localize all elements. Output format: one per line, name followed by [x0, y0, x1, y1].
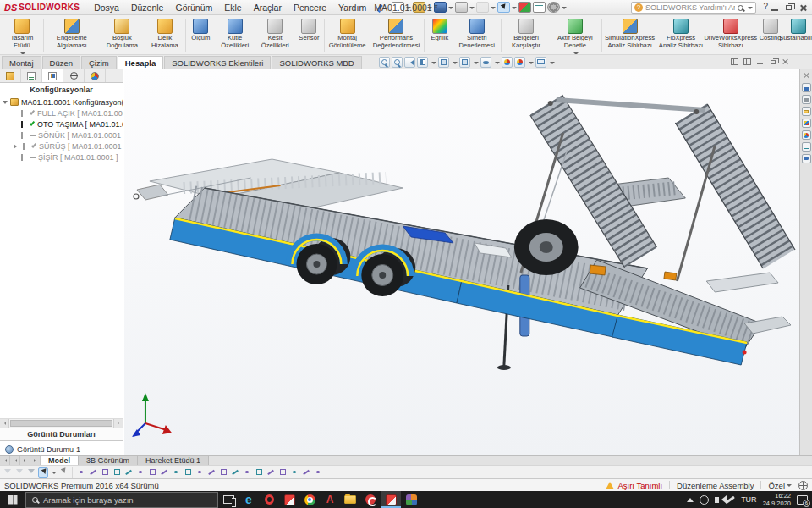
toolbar-icon[interactable]: [100, 467, 110, 478]
check-active-document-button[interactable]: Aktif Belgeyi Denetle: [550, 17, 601, 54]
model-tab[interactable]: Model: [41, 456, 79, 465]
curvature-button[interactable]: Eğrilik: [425, 17, 453, 54]
tab-montaj[interactable]: Montaj: [2, 56, 41, 69]
chevron-down-icon[interactable]: [748, 7, 753, 12]
solidworks-forum-icon[interactable]: [802, 154, 811, 163]
config-root-row[interactable]: MA01.01.0001 Konfigürasyon(lar) (OT: [3, 97, 123, 108]
toolbar-icon[interactable]: [88, 467, 98, 478]
toolbar-icon[interactable]: [123, 467, 134, 478]
units-selector[interactable]: Özel: [768, 481, 785, 490]
file-explorer-pane-icon[interactable]: [802, 107, 811, 116]
scrollbar-thumb[interactable]: [10, 420, 112, 427]
display-style-icon[interactable]: [459, 57, 470, 68]
scroll-right-arrow[interactable]: [113, 419, 123, 428]
volume-icon[interactable]: [715, 497, 719, 503]
apply-scene-icon[interactable]: [514, 57, 525, 68]
tab-hesapla[interactable]: Hesapla: [118, 56, 163, 69]
chevron-down-icon[interactable]: [474, 62, 479, 67]
minimize-button[interactable]: [767, 2, 782, 14]
chevron-down-icon[interactable]: [562, 7, 567, 12]
performance-evaluation-button[interactable]: Performans Değerlendirmesi: [369, 17, 423, 54]
zoom-to-fit-icon[interactable]: [379, 57, 390, 68]
chevron-down-icon[interactable]: [495, 62, 500, 67]
ccleaner-button[interactable]: [360, 491, 381, 508]
menu-gorunum[interactable]: Görünüm: [169, 2, 218, 14]
tab-cizim[interactable]: Çizim: [81, 56, 117, 69]
network-icon[interactable]: [700, 495, 709, 505]
solidworks-resources-icon[interactable]: [802, 83, 811, 92]
design-library-icon[interactable]: [802, 95, 811, 104]
pen-icon[interactable]: [725, 496, 734, 504]
toolbar-icon[interactable]: [242, 467, 252, 478]
restore-button[interactable]: [782, 2, 796, 14]
start-button[interactable]: [0, 491, 25, 508]
sustainability-button[interactable]: Sustainability: [784, 17, 812, 54]
chevron-up-icon[interactable]: [687, 494, 694, 502]
toolbar-icon[interactable]: [147, 467, 157, 478]
config-row-oto-tasima[interactable]: OTO TAŞIMA [ MA01.01.0001: [14, 119, 123, 130]
spare-tire[interactable]: [514, 219, 579, 275]
toolbar-icon[interactable]: [195, 467, 205, 478]
design-study-button[interactable]: Tasarım Etüdü: [2, 17, 42, 54]
previous-view-icon[interactable]: [404, 57, 415, 68]
doc-close-button[interactable]: [779, 57, 792, 67]
custom-properties-icon[interactable]: [802, 142, 811, 152]
interference-detection-button[interactable]: Engelleme Algılaması: [45, 17, 99, 54]
selection-filter-toggle-icon[interactable]: [3, 467, 13, 478]
menu-dosya[interactable]: Dosya: [88, 2, 125, 14]
pane-split-button[interactable]: [728, 57, 741, 67]
mass-properties-button[interactable]: Kütle Özellikleri: [215, 17, 255, 54]
edge-button[interactable]: e: [239, 491, 259, 508]
display-state-row[interactable]: Görüntü Durumu-1: [0, 441, 123, 455]
toolbar-icon[interactable]: [301, 467, 311, 478]
filter-magnified-icon[interactable]: [26, 467, 36, 478]
tab-solidworks-eklentileri[interactable]: SOLIDWORKS Eklentileri: [164, 56, 271, 69]
doc-minimize-button[interactable]: [754, 57, 766, 67]
view-settings-icon[interactable]: [535, 57, 546, 68]
hole-alignment-button[interactable]: Delik Hizalama: [145, 17, 184, 54]
toolbar-icon[interactable]: [313, 467, 323, 478]
toolbar-icon[interactable]: [266, 467, 276, 478]
status-globe-icon[interactable]: [798, 481, 808, 490]
chevron-down-icon[interactable]: [3, 101, 8, 107]
display-manager-tab[interactable]: [85, 69, 106, 82]
edit-appearance-icon[interactable]: [502, 57, 513, 68]
section-view-icon[interactable]: [417, 57, 428, 68]
overdefined-warning[interactable]: Aşırı Tanımlı: [617, 481, 662, 490]
taskbar-search-box[interactable]: Aramak için buraya yazın: [25, 492, 218, 508]
toolbar-icon[interactable]: [171, 467, 181, 478]
motion-study-tab[interactable]: Hareket Etüdü 1: [138, 456, 209, 465]
help-search-box[interactable]: ? SOLIDWORKS Yardım'ı Ara: [631, 2, 756, 14]
chevron-down-icon[interactable]: [52, 472, 57, 477]
floxpress-button[interactable]: FloXpress Analiz Sihirbazı: [657, 17, 705, 54]
config-row-surus[interactable]: SÜRÜŞ [ MA01.01.0001 ]: [14, 141, 123, 152]
chrome-button[interactable]: [299, 491, 320, 508]
toolbar-icon[interactable]: [135, 467, 145, 478]
toolbar-icon[interactable]: [254, 467, 264, 478]
driveworksxpress-button[interactable]: DriveWorksXpress Sihirbazı: [705, 17, 756, 54]
toolbar-icon[interactable]: [112, 467, 122, 478]
scroll-left-arrow[interactable]: [0, 419, 9, 428]
property-manager-tab[interactable]: [21, 69, 42, 82]
graphics-app-button[interactable]: [401, 491, 421, 508]
toolbar-icon[interactable]: [218, 467, 228, 478]
opera-button[interactable]: [259, 491, 279, 508]
clearance-verification-button[interactable]: Boşluk Doğrulama: [99, 17, 145, 54]
measure-button[interactable]: Ölçüm: [187, 17, 215, 54]
tab-scroll-left[interactable]: [10, 456, 20, 465]
solidworks-pinned-button[interactable]: [279, 491, 299, 508]
toolbar-icon[interactable]: [76, 467, 86, 478]
sensor-button[interactable]: Sensör: [295, 17, 323, 54]
tab-scroll-first[interactable]: [0, 456, 10, 465]
solidworks-running-button[interactable]: [381, 491, 401, 508]
tab-solidworks-mbd[interactable]: SOLIDWORKS MBD: [272, 56, 361, 69]
pane-split-button2[interactable]: [741, 57, 754, 67]
language-indicator[interactable]: TUR: [741, 495, 757, 504]
toolbar-icon[interactable]: [159, 467, 169, 478]
close-button[interactable]: [796, 2, 810, 14]
symmetry-check-button[interactable]: Simetri Denetlemesi: [453, 17, 500, 54]
chevron-down-icon[interactable]: [550, 62, 555, 67]
select-other-icon[interactable]: [58, 467, 69, 478]
view-palette-icon[interactable]: [802, 119, 811, 128]
zoom-to-area-icon[interactable]: [392, 57, 403, 68]
